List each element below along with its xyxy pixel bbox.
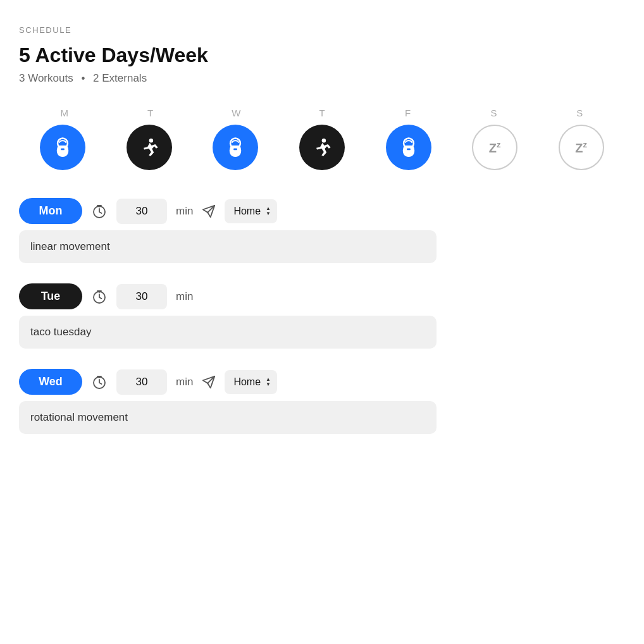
- svg-point-5: [322, 139, 326, 142]
- duration-input-mon[interactable]: [116, 199, 167, 224]
- day-header-S1: S: [451, 108, 537, 118]
- page-title: 5 Active Days/Week: [19, 44, 625, 67]
- day-icon-thu[interactable]: [281, 125, 364, 170]
- externals-count: 2 Externals: [93, 72, 147, 84]
- schedule-label: SCHEDULE: [19, 25, 625, 35]
- svg-point-2: [149, 139, 152, 142]
- svg-rect-7: [407, 148, 411, 150]
- kettlebell-icon-wed: [224, 136, 247, 159]
- activity-input-wed[interactable]: [19, 401, 437, 434]
- rest-icon-sun: Zz: [575, 140, 587, 156]
- location-select-wed[interactable]: Home ▲▼: [225, 370, 277, 394]
- duration-input-wed[interactable]: [116, 369, 167, 395]
- svg-rect-4: [234, 148, 238, 150]
- day-icon-tue[interactable]: [108, 125, 191, 170]
- day-icon-sat[interactable]: Zz: [454, 125, 536, 170]
- subtitle: 3 Workouts • 2 Externals: [19, 72, 625, 85]
- dot-separator: •: [81, 72, 85, 84]
- day-icons-row: Zz Zz: [19, 125, 625, 170]
- location-icon-mon: [202, 204, 216, 218]
- timer-icon-wed: [91, 374, 108, 390]
- activity-input-mon[interactable]: [19, 230, 437, 263]
- location-select-mon[interactable]: Home ▲▼: [225, 199, 277, 223]
- timer-icon-mon: [91, 203, 108, 220]
- location-value-mon: Home: [233, 206, 261, 217]
- duration-input-tue[interactable]: [116, 284, 167, 309]
- day-icon-mon[interactable]: [22, 125, 104, 170]
- day-headers-row: M T W T F S S: [19, 108, 625, 118]
- day-header-T1: T: [108, 108, 194, 118]
- day-icon-sun[interactable]: Zz: [540, 125, 622, 170]
- day-pill-mon[interactable]: Mon: [19, 198, 82, 224]
- run-icon-thu: [311, 136, 333, 159]
- svg-rect-1: [61, 148, 65, 150]
- min-label-mon: min: [176, 205, 193, 218]
- day-icon-wed[interactable]: [194, 125, 277, 170]
- kettlebell-icon-mon: [51, 136, 74, 159]
- day-header-F: F: [365, 108, 451, 118]
- day-header-W: W: [193, 108, 279, 118]
- location-icon-wed: [202, 375, 216, 389]
- schedule-row-mon: Mon min Home ▲▼: [19, 198, 625, 263]
- kettlebell-icon-fri: [397, 136, 420, 159]
- workouts-count: 3 Workouts: [19, 72, 73, 84]
- day-header-T2: T: [279, 108, 365, 118]
- rest-icon-sat: Zz: [489, 140, 501, 156]
- day-header-S2: S: [536, 108, 622, 118]
- timer-icon-tue: [91, 288, 108, 305]
- run-icon-tue: [138, 136, 161, 159]
- day-pill-wed[interactable]: Wed: [19, 369, 82, 395]
- location-arrows-mon: ▲▼: [266, 206, 271, 216]
- min-label-wed: min: [176, 376, 193, 388]
- day-pill-tue[interactable]: Tue: [19, 283, 82, 309]
- location-value-wed: Home: [233, 376, 261, 388]
- activity-input-tue[interactable]: [19, 316, 437, 349]
- schedule-row-tue: Tue min: [19, 283, 625, 349]
- min-label-tue: min: [176, 290, 193, 303]
- day-icon-fri[interactable]: [367, 125, 450, 170]
- day-header-M: M: [22, 108, 108, 118]
- schedule-row-wed: Wed min Home ▲▼: [19, 369, 625, 434]
- location-arrows-wed: ▲▼: [266, 377, 271, 387]
